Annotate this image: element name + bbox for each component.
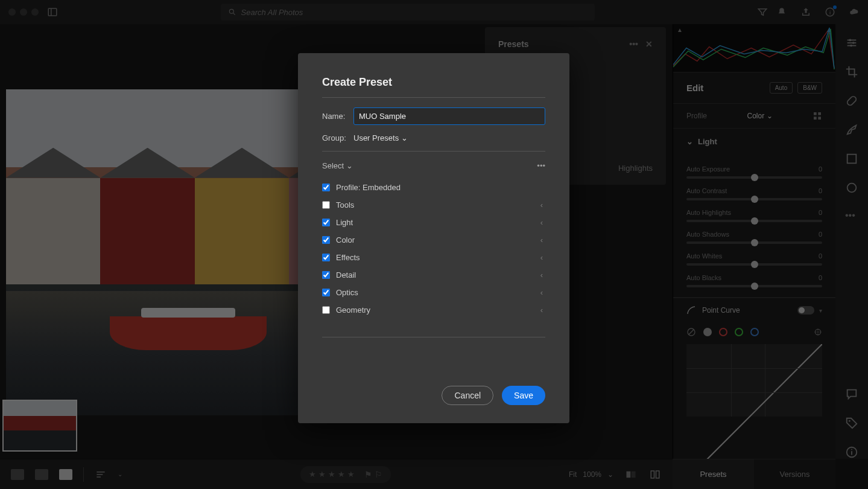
slider-track[interactable] bbox=[686, 263, 822, 266]
chevron-left-icon[interactable]: ‹ bbox=[540, 235, 543, 245]
auto-button[interactable]: Auto bbox=[770, 82, 793, 94]
option-checkbox[interactable] bbox=[322, 219, 330, 226]
preset-option[interactable]: Geometry ‹ bbox=[322, 301, 545, 319]
slider-knob[interactable] bbox=[751, 174, 758, 181]
comment-icon[interactable] bbox=[845, 388, 858, 401]
fit-label[interactable]: Fit bbox=[569, 470, 577, 479]
parametric-icon[interactable] bbox=[686, 327, 696, 337]
chevron-left-icon[interactable]: ‹ bbox=[540, 253, 543, 262]
profile-value[interactable]: Color ⌄ bbox=[747, 112, 772, 120]
chevron-down-icon[interactable]: ▾ bbox=[819, 307, 822, 314]
star-rating[interactable]: ★ ★ ★ ★ ★ ⚑ ⚐ bbox=[300, 466, 391, 483]
single-view-icon[interactable] bbox=[59, 469, 72, 480]
star-icon[interactable]: ★ bbox=[309, 470, 316, 479]
tag-icon[interactable] bbox=[845, 417, 858, 430]
bw-button[interactable]: B&W bbox=[797, 82, 822, 94]
slider-knob[interactable] bbox=[751, 261, 758, 268]
chevron-down-icon[interactable]: ⌄ bbox=[118, 471, 122, 478]
tab-versions[interactable]: Versions bbox=[754, 459, 835, 489]
select-dropdown[interactable]: Select ⌄ bbox=[322, 161, 353, 170]
compare-icon[interactable] bbox=[648, 469, 662, 480]
option-checkbox[interactable] bbox=[322, 184, 330, 191]
close-dot[interactable] bbox=[8, 8, 16, 16]
sort-icon[interactable] bbox=[95, 468, 107, 481]
chevron-left-icon[interactable]: ‹ bbox=[540, 270, 543, 280]
star-icon[interactable]: ★ bbox=[347, 470, 355, 479]
star-icon[interactable]: ★ bbox=[318, 470, 326, 479]
target-icon[interactable] bbox=[814, 328, 822, 336]
flag-reject-icon[interactable]: ⚐ bbox=[375, 470, 382, 479]
option-checkbox[interactable] bbox=[322, 271, 330, 279]
grid-small-icon[interactable] bbox=[11, 469, 24, 480]
name-input[interactable] bbox=[353, 107, 545, 125]
preset-option[interactable]: Light ‹ bbox=[322, 214, 545, 231]
chevron-left-icon[interactable]: ‹ bbox=[540, 200, 543, 209]
section-light[interactable]: ⌄ Light bbox=[673, 129, 835, 155]
linear-grad-icon[interactable] bbox=[845, 152, 858, 165]
zoom-value[interactable]: 100% bbox=[583, 470, 601, 479]
preset-option[interactable]: Optics ‹ bbox=[322, 284, 545, 301]
thumbnail[interactable] bbox=[2, 400, 77, 452]
help-icon[interactable]: i bbox=[825, 7, 835, 18]
more-icon[interactable]: ••• bbox=[845, 210, 858, 223]
grid-large-icon[interactable] bbox=[35, 469, 48, 480]
save-button[interactable]: Save bbox=[502, 386, 545, 405]
channel-luma[interactable] bbox=[703, 328, 712, 336]
grid-icon[interactable] bbox=[813, 111, 822, 121]
bell-icon[interactable] bbox=[776, 7, 787, 18]
search-input[interactable]: Search All Photos bbox=[221, 4, 595, 21]
point-curve-toggle[interactable] bbox=[797, 306, 814, 315]
max-dot[interactable] bbox=[31, 8, 39, 16]
flag-pick-icon[interactable]: ⚑ bbox=[364, 470, 372, 479]
preset-option[interactable]: Tools ‹ bbox=[322, 196, 545, 214]
slider-knob[interactable] bbox=[751, 239, 758, 246]
info-icon[interactable] bbox=[845, 446, 858, 459]
adjust-icon[interactable] bbox=[845, 36, 858, 50]
chevron-down-icon[interactable]: ⌄ bbox=[607, 470, 613, 479]
slider-track[interactable] bbox=[686, 241, 822, 244]
chevron-left-icon[interactable]: ‹ bbox=[540, 288, 543, 297]
channel-green[interactable] bbox=[735, 328, 743, 336]
radial-grad-icon[interactable] bbox=[845, 181, 858, 194]
chevron-left-icon[interactable]: ‹ bbox=[540, 218, 543, 227]
share-icon[interactable] bbox=[800, 7, 811, 18]
slider-knob[interactable] bbox=[751, 196, 758, 203]
star-icon[interactable]: ★ bbox=[338, 470, 345, 479]
curve-graph[interactable] bbox=[686, 344, 822, 417]
close-icon[interactable]: ✕ bbox=[645, 39, 653, 49]
option-checkbox[interactable] bbox=[322, 236, 330, 244]
option-checkbox[interactable] bbox=[322, 254, 330, 261]
slider-knob[interactable] bbox=[751, 283, 758, 290]
option-checkbox[interactable] bbox=[322, 289, 330, 296]
option-checkbox[interactable] bbox=[322, 306, 330, 314]
option-label: Effects bbox=[336, 253, 360, 262]
preset-option[interactable]: Profile: Embedded bbox=[322, 179, 545, 196]
cloud-icon[interactable] bbox=[849, 7, 860, 18]
more-icon[interactable]: ••• bbox=[537, 161, 545, 170]
slider-track[interactable] bbox=[686, 220, 822, 222]
option-checkbox[interactable] bbox=[322, 201, 330, 209]
panel-icon[interactable] bbox=[47, 7, 58, 18]
preset-option[interactable]: Effects ‹ bbox=[322, 249, 545, 266]
star-icon[interactable]: ★ bbox=[328, 470, 335, 479]
preset-option[interactable]: Detail ‹ bbox=[322, 266, 545, 284]
chevron-left-icon[interactable]: ‹ bbox=[540, 305, 543, 315]
tab-presets[interactable]: Presets bbox=[673, 459, 754, 489]
min-dot[interactable] bbox=[20, 8, 27, 16]
slider-track[interactable] bbox=[686, 176, 822, 179]
histogram[interactable]: ▲ ▲ bbox=[673, 24, 835, 72]
crop-icon[interactable] bbox=[845, 65, 858, 78]
channel-red[interactable] bbox=[719, 328, 727, 336]
before-after-icon[interactable] bbox=[624, 469, 638, 480]
slider-track[interactable] bbox=[686, 285, 822, 287]
heal-icon[interactable] bbox=[845, 94, 858, 107]
slider-knob[interactable] bbox=[751, 217, 758, 225]
group-dropdown[interactable]: User Presets ⌄ bbox=[353, 133, 408, 142]
channel-blue[interactable] bbox=[750, 328, 759, 336]
filter-icon[interactable] bbox=[757, 7, 768, 18]
more-icon[interactable]: ••• bbox=[629, 39, 638, 49]
cancel-button[interactable]: Cancel bbox=[442, 386, 493, 405]
slider-track[interactable] bbox=[686, 198, 822, 200]
brush-icon[interactable] bbox=[845, 123, 858, 136]
preset-option[interactable]: Color ‹ bbox=[322, 231, 545, 249]
